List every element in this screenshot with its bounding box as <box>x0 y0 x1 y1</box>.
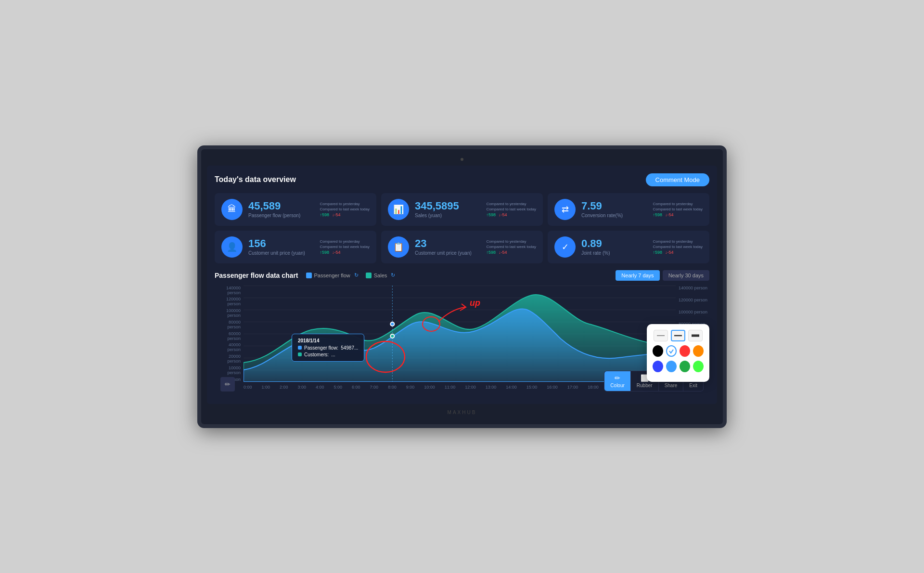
camera-dot <box>461 158 463 161</box>
svg-point-2 <box>390 334 394 338</box>
toolbar-colour-button[interactable]: ✏ Colour <box>604 371 630 391</box>
header-row: Today's data overview Comment Mode <box>215 173 709 186</box>
pencil-corner-button[interactable]: ✏ <box>220 377 235 391</box>
x-13: 13:00 <box>486 385 497 390</box>
picker-color-row-2 <box>653 361 704 372</box>
legend-label-1: Sales <box>374 273 387 278</box>
stat-icon-0: 🏛 <box>221 199 243 220</box>
x-5: 5:00 <box>334 385 343 390</box>
stat-cmp-lbl-0b: Compared to last week today <box>320 207 370 211</box>
stat-value-1: 345,5895 <box>415 200 480 212</box>
color-swatch-red[interactable] <box>680 345 690 357</box>
color-swatch-light-blue[interactable] <box>666 361 677 372</box>
stat-icon-3: 👤 <box>221 236 243 258</box>
stat-main-0: 45,589 Passenger flow (person) <box>248 200 314 218</box>
x-2: 2:00 <box>280 385 288 390</box>
stat-card-customer-unit: 👤 156 Customer unit price (yuan) Compare… <box>215 231 376 263</box>
period-btn-7days[interactable]: Nearly 7 days <box>616 270 659 281</box>
stat-card-conversion: ⇄ 7.59 Conversion rate(%) Compared to ye… <box>548 193 709 226</box>
x-9: 9:00 <box>406 385 415 390</box>
stat-main-3: 156 Customer unit price (yuan) <box>248 238 314 256</box>
tooltip-item-1: Customers: ... <box>298 352 358 357</box>
stats-grid: 🏛 45,589 Passenger flow (person) Compare… <box>215 193 709 263</box>
refresh-btn-1[interactable]: ↻ <box>389 272 397 278</box>
picker-stroke-medium[interactable] <box>671 330 685 341</box>
comment-mode-button[interactable]: Comment Mode <box>646 173 709 186</box>
x-10: 10:00 <box>424 385 435 390</box>
y-left-6: 20000 person <box>215 354 241 364</box>
y-left-7: 10000 person <box>215 365 241 375</box>
y-left-3: 80000 person <box>215 320 241 329</box>
stat-value-5: 0.89 <box>581 238 647 249</box>
color-swatch-white[interactable] <box>666 345 677 357</box>
stat-cmp-lbl-0a: Compared to yesterday <box>320 202 370 206</box>
colour-icon: ✏ <box>615 374 620 382</box>
legend-label-0: Passenger flow <box>314 273 350 278</box>
x-3: 3:00 <box>298 385 307 390</box>
y-left-4: 60000 person <box>215 331 241 341</box>
stat-down-1: ↓-54 <box>499 212 507 217</box>
tooltip-label-1: Customers: <box>304 352 329 357</box>
color-swatch-dark-blue[interactable] <box>653 361 663 372</box>
stat-cmp-lbl-5b: Compared to last week today <box>653 245 703 249</box>
svg-point-1 <box>390 322 394 326</box>
picker-stroke-row <box>653 330 704 341</box>
x-18: 18:00 <box>588 385 599 390</box>
stat-label-1: Sales (yuan) <box>415 213 480 218</box>
y-right-0: 140000 person <box>679 286 709 290</box>
stat-label-5: Joint rate (%) <box>581 250 647 256</box>
stat-cmp-lbl-4a: Compared to yesterday <box>486 239 536 244</box>
legend-color-1 <box>366 273 372 278</box>
stat-down-5: ↓-54 <box>665 250 674 255</box>
x-16: 16:00 <box>547 385 558 390</box>
color-swatch-orange[interactable] <box>693 345 704 357</box>
brand-label: MAXHUB <box>448 410 477 415</box>
picker-stroke-thick[interactable] <box>688 330 703 341</box>
x-4: 4:00 <box>316 385 324 390</box>
stat-cmp-vals-2: ↑598 ↓-54 <box>653 212 703 217</box>
tooltip-dot-1 <box>298 352 302 356</box>
chart-header: Passenger flow data chart Passenger flow… <box>215 270 709 281</box>
color-swatch-light-green[interactable] <box>693 361 704 372</box>
stat-comparisons-1: Compared to yesterday Compared to last w… <box>486 202 536 217</box>
legend-color-0 <box>306 273 312 278</box>
share-label: Share <box>665 383 678 388</box>
stat-label-3: Customer unit price (yuan) <box>248 250 314 256</box>
stat-label-2: Conversion rate(%) <box>581 213 647 218</box>
x-17: 17:00 <box>567 385 578 390</box>
color-swatch-black[interactable] <box>653 345 663 357</box>
x-6: 6:00 <box>352 385 360 390</box>
picker-stroke-thin[interactable] <box>654 330 668 341</box>
stat-cmp-vals-5: ↑598 ↓-54 <box>653 250 703 255</box>
stat-comparisons-3: Compared to yesterday Compared to last w… <box>320 239 370 255</box>
color-picker-panel <box>647 324 709 382</box>
stat-main-4: 23 Customer unit price (yuan) <box>415 238 480 256</box>
screen: Today's data overview Comment Mode 🏛 45,… <box>207 166 717 404</box>
stat-cmp-vals-4: ↑598 ↓-54 <box>486 250 536 255</box>
legend-item-0: Passenger flow ↻ <box>306 272 360 278</box>
tooltip-dot-0 <box>298 346 302 350</box>
stat-cmp-lbl-1b: Compared to last week today <box>486 207 536 211</box>
stat-cmp-lbl-4b: Compared to last week today <box>486 245 536 249</box>
stat-up-4: ↑598 <box>486 250 496 255</box>
legend-item-1: Sales ↻ <box>366 272 397 278</box>
period-btn-30days[interactable]: Nearly 30 days <box>663 270 709 281</box>
stat-cmp-lbl-3a: Compared to yesterday <box>320 239 370 244</box>
stat-value-0: 45,589 <box>248 200 314 212</box>
y-right-2: 100000 person <box>679 310 709 314</box>
color-swatch-dark-green[interactable] <box>680 361 690 372</box>
colour-label: Colour <box>610 383 624 388</box>
x-15: 15:00 <box>526 385 538 390</box>
stat-up-5: ↑598 <box>653 250 662 255</box>
picker-color-row-1 <box>653 345 704 357</box>
refresh-btn-0[interactable]: ↻ <box>353 272 360 278</box>
stat-down-4: ↓-54 <box>499 250 507 255</box>
chart-title: Passenger flow data chart <box>215 272 298 279</box>
stat-cmp-lbl-2b: Compared to last week today <box>653 207 703 211</box>
stat-up-2: ↑598 <box>653 212 662 217</box>
stat-down-3: ↓-54 <box>332 250 341 255</box>
tooltip-label-0: Passenger flow: <box>304 345 338 351</box>
stat-main-1: 345,5895 Sales (yuan) <box>415 200 480 218</box>
tooltip-item-0: Passenger flow: 54987... <box>298 345 358 351</box>
stat-up-1: ↑598 <box>486 212 496 217</box>
